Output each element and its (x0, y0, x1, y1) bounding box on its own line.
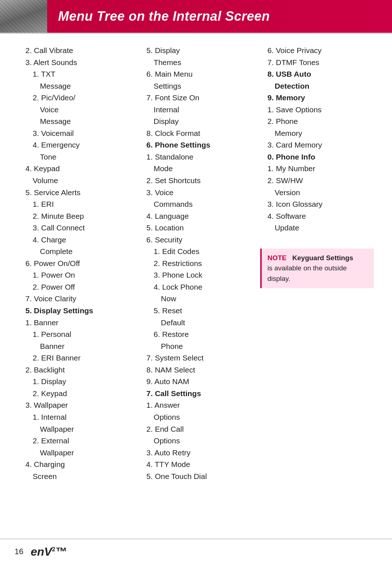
menu-list-col3: 6. Voice Privacy 7. DTMF Tones 8. USB Au… (260, 45, 374, 234)
list-item: 1. Answer (139, 399, 253, 411)
list-item: Now (139, 293, 253, 305)
list-item: 3. Card Memory (260, 139, 374, 151)
list-item: 2. Set Shortcuts (139, 175, 253, 187)
page-header: Menu Tree on the Internal Screen (0, 0, 392, 33)
list-item: Complete (18, 246, 132, 258)
list-item: 1. Banner (18, 317, 132, 329)
list-item: 2. Restrictions (139, 258, 253, 270)
list-item: 1. Personal (18, 329, 132, 341)
list-item: 3. Wallpaper (18, 399, 132, 411)
list-item: 3. Auto Retry (139, 447, 253, 459)
list-item: 1. Edit Codes (139, 246, 253, 258)
note-text2: is available on the outside display. (268, 264, 347, 282)
list-item: Mode (139, 163, 253, 175)
list-item: 2. SW/HW (260, 175, 374, 187)
list-item: Commands (139, 198, 253, 210)
list-item: 3. Alert Sounds (18, 57, 132, 69)
list-item: 5. Service Alerts (18, 187, 132, 199)
list-item: 4. Lock Phone (139, 281, 253, 293)
note-label: NOTE (268, 254, 287, 262)
list-item: 3. Call Connect (18, 222, 132, 234)
list-item: Message (18, 80, 132, 92)
list-item: 1. Standalone (139, 151, 253, 163)
list-item: 6. Security (139, 234, 253, 246)
list-item-section: 6. Phone Settings (139, 139, 253, 151)
note-box: NOTE Keyguard Settings is available on t… (260, 249, 374, 289)
list-item-section: 8. USB Auto (260, 68, 374, 80)
list-item: Display (139, 116, 253, 128)
list-item: Wallpaper (18, 423, 132, 435)
list-item: Volume (18, 175, 132, 187)
menu-list-col1: 2. Call Vibrate 3. Alert Sounds 1. TXT M… (18, 45, 132, 482)
list-item: 2. End Call (139, 423, 253, 435)
list-item: 5. Location (139, 222, 253, 234)
column-2: 5. Display Themes 6. Main Menu Settings … (135, 45, 256, 482)
list-item: Default (139, 317, 253, 329)
list-item: 1. Display (18, 376, 132, 388)
list-item: 4. Charging (18, 459, 132, 471)
list-item: Banner (18, 341, 132, 352)
list-item: 4. Keypad (18, 163, 132, 175)
list-item: 2. Pic/Video/ (18, 92, 132, 104)
list-item: 1. ERI (18, 198, 132, 210)
list-item: Detection (260, 80, 374, 92)
page-title: Menu Tree on the Internal Screen (58, 9, 270, 24)
list-item: 7. System Select (139, 352, 253, 364)
brand-logo: enV2™ (30, 545, 67, 559)
list-item: Tone (18, 151, 132, 163)
list-item: Internal (139, 104, 253, 116)
list-item: 7. Font Size On (139, 92, 253, 104)
list-item: 2. Phone (260, 116, 374, 128)
list-item: 6. Restore (139, 329, 253, 341)
list-item: 2. Minute Beep (18, 210, 132, 222)
list-item: Message (18, 116, 132, 128)
list-item-section: 9. Memory (260, 92, 374, 104)
list-item: 2. ERI Banner (18, 352, 132, 364)
list-item: 2. Power Off (18, 281, 132, 293)
list-item: Update (260, 222, 374, 234)
list-item: 3. Phone Lock (139, 269, 253, 281)
header-title-bar: Menu Tree on the Internal Screen (47, 0, 392, 33)
list-item: 4. Language (139, 210, 253, 222)
list-item: 2. External (18, 435, 132, 447)
list-item: 3. Voice (139, 187, 253, 199)
list-item: 1. Save Options (260, 104, 374, 116)
list-item: 8. NAM Select (139, 364, 253, 376)
list-item: 5. One Touch Dial (139, 471, 253, 483)
list-item: 7. Voice Clarity (18, 293, 132, 305)
list-item: 5. Reset (139, 305, 253, 317)
list-item: 8. Clock Format (139, 128, 253, 140)
list-item-section: 0. Phone Info (260, 151, 374, 163)
list-item: Phone (139, 341, 253, 352)
note-text1: Keyguard Settings (292, 254, 353, 262)
list-item: Options (139, 435, 253, 447)
list-item: Voice (18, 104, 132, 116)
list-item: 4. TTY Mode (139, 459, 253, 471)
list-item: 9. Auto NAM (139, 376, 253, 388)
list-item: 6. Power On/Off (18, 258, 132, 270)
list-item-section: 7. Call Settings (139, 388, 253, 400)
list-item: 1. Internal (18, 411, 132, 423)
page-number: 16 (15, 547, 23, 556)
list-item: 4. Software (260, 210, 374, 222)
list-item: Version (260, 187, 374, 199)
header-image (0, 0, 47, 33)
list-item: 6. Voice Privacy (260, 45, 374, 57)
list-item: 4. Emergency (18, 139, 132, 151)
list-item: 2. Keypad (18, 388, 132, 400)
menu-list-col2: 5. Display Themes 6. Main Menu Settings … (139, 45, 253, 482)
main-content: 2. Call Vibrate 3. Alert Sounds 1. TXT M… (0, 34, 392, 511)
list-item: 2. Backlight (18, 364, 132, 376)
list-item: 1. My Number (260, 163, 374, 175)
list-item: 5. Display (139, 45, 253, 57)
list-item: Themes (139, 57, 253, 69)
column-3: 6. Voice Privacy 7. DTMF Tones 8. USB Au… (257, 45, 377, 482)
list-item: Options (139, 411, 253, 423)
list-item: 3. Icon Glossary (260, 198, 374, 210)
list-item: Screen (18, 471, 132, 483)
page-footer: 16 enV2™ (0, 539, 392, 564)
column-1: 2. Call Vibrate 3. Alert Sounds 1. TXT M… (15, 45, 135, 482)
list-item: 1. Power On (18, 269, 132, 281)
list-item: 2. Call Vibrate (18, 45, 132, 57)
list-item: Wallpaper (18, 447, 132, 459)
